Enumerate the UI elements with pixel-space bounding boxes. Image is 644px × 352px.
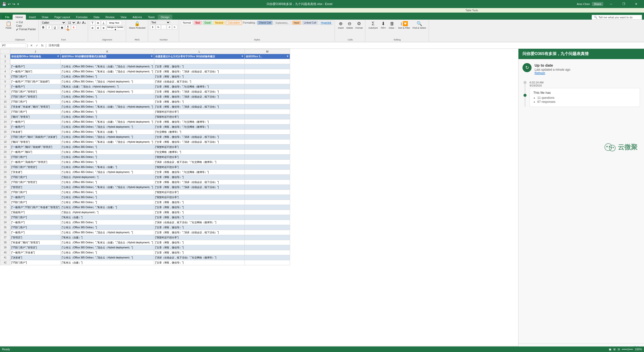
minimize-button[interactable]: ─ <box>605 0 617 8</box>
tab-add-ins[interactable]: Add-ins <box>130 15 145 20</box>
customize-icon[interactable]: ▼ <box>17 3 19 6</box>
table-row: 22 ["一般用户","高级用户","管理员"] ["公有云（Office 36… <box>0 160 290 165</box>
share-button[interactable]: Share <box>592 2 603 6</box>
refresh-link[interactable]: Refresh <box>535 71 545 75</box>
decrease-decimal-button[interactable]: 0. <box>172 25 177 29</box>
font-name-select[interactable]: Calibri <box>41 21 66 25</box>
cut-button[interactable]: ✂ Cut <box>15 21 37 24</box>
tab-team[interactable]: Team <box>145 15 158 20</box>
increase-decimal-button[interactable]: .0 <box>167 25 172 29</box>
header-l[interactable]: 你愿意通过什么方式分享对于Office 365的经验和建议 ▼ <box>154 54 245 59</box>
col-header-k[interactable]: K <box>61 49 154 54</box>
view-normal-button[interactable]: ▣ <box>609 348 611 351</box>
filter-l-icon[interactable]: ▼ <box>241 55 244 58</box>
table-row: 20 ["一般用户","顾问"] ["公有云（Office 365 Online… <box>0 150 290 155</box>
header-j[interactable]: 你在使用Office 365的角色 ▼ <box>10 54 61 59</box>
wrap-text-button[interactable]: Wrap Text <box>107 21 122 25</box>
style-linked-cell[interactable]: Linked Cell <box>302 21 318 25</box>
style-hyperlink[interactable]: Hyperlink <box>319 21 333 25</box>
clear-button[interactable]: 🗑 Clear - <box>388 21 397 30</box>
timeline-line <box>524 81 527 107</box>
delete-button[interactable]: ⊖ Delete <box>345 21 354 30</box>
merge-center-button[interactable]: Merge & Center ▼ <box>107 26 124 30</box>
tell-me-box[interactable]: 🔍 Tell me what you want to do <box>592 15 642 20</box>
grid-scroll[interactable]: J K L M 1 你在使用Office 365的角色 ▼ <box>0 49 518 346</box>
align-right-button[interactable]: ≡ <box>101 26 106 30</box>
tab-review[interactable]: Review <box>102 15 117 20</box>
style-input[interactable]: Input <box>292 21 301 25</box>
filter-j-icon[interactable]: ▼ <box>57 55 59 58</box>
font-color-button[interactable]: A <box>71 25 76 30</box>
col-header-l[interactable]: L <box>154 49 245 54</box>
col-header-j[interactable]: J <box>10 49 61 54</box>
align-left-button[interactable]: ≡ <box>90 26 95 30</box>
list-item-responses: 67 responses <box>537 100 636 104</box>
redo-icon[interactable]: ↪ <box>12 2 15 6</box>
autosum-button[interactable]: Σ AutoSum <box>367 21 379 30</box>
align-center-button[interactable]: ≡ <box>96 26 101 30</box>
insert-button[interactable]: ⊕ Insert <box>337 21 345 30</box>
fill-button[interactable]: ⬇ Fill ▾ <box>379 21 387 30</box>
format-button[interactable]: ⚙ Format <box>354 21 364 30</box>
search-icon: 🔍 <box>594 16 597 19</box>
italic-button[interactable]: I <box>47 25 52 30</box>
style-explanatory[interactable]: Explanatory... <box>274 21 291 25</box>
view-layout-button[interactable]: ⊞ <box>613 348 616 351</box>
ribbon: 📋 Paste ✂ Cut Copy 🖌 Format Painter Clip… <box>0 20 644 42</box>
tab-page-layout[interactable]: Page Layout <box>51 15 73 20</box>
col-header-m[interactable]: M <box>245 49 290 54</box>
paste-button[interactable]: 📋 Paste <box>3 21 15 30</box>
find-select-button[interactable]: 🔍 Find & Select <box>412 21 427 30</box>
tab-file[interactable]: File <box>2 15 13 20</box>
view-page-break-button[interactable]: ⊟ <box>618 348 620 351</box>
comma-button[interactable]: , <box>161 25 166 29</box>
header-m[interactable]: 你对Office 3... ▼ <box>245 54 290 59</box>
tab-draw[interactable]: Draw <box>39 15 52 20</box>
style-calculation[interactable]: Calculation <box>226 21 242 25</box>
header-k[interactable]: 你对Office 365的哪些部署模式比较熟悉 ▼ <box>61 54 154 59</box>
tab-home[interactable]: Home <box>13 15 26 20</box>
border-button[interactable]: ▦ <box>60 25 65 30</box>
increase-font-button[interactable]: A↑ <box>77 21 81 25</box>
zoom-slider[interactable]: ━━━⊙━━ <box>622 348 633 351</box>
confirm-formula-button[interactable]: ✓ <box>35 44 39 47</box>
style-check-cell[interactable]: Check Cell <box>257 21 273 25</box>
style-good[interactable]: Good <box>203 21 212 25</box>
filter-k-icon[interactable]: ▼ <box>150 55 153 58</box>
copy-button[interactable]: Copy <box>15 24 37 27</box>
sort-filter-button[interactable]: ↕🔽 Sort & Filter <box>397 21 411 30</box>
share-protected-button[interactable]: 🔒 Share Protected <box>128 21 146 30</box>
percent-button[interactable]: % <box>156 25 161 29</box>
cancel-formula-button[interactable]: ✕ <box>29 44 34 47</box>
close-button[interactable]: ✕ <box>630 0 642 8</box>
bold-button[interactable]: B <box>41 25 46 30</box>
style-neutral[interactable]: Neutral <box>213 21 225 25</box>
tab-data[interactable]: Data <box>91 15 102 20</box>
align-middle-button[interactable]: ≡ <box>96 21 101 25</box>
align-top-button[interactable]: ⊤ <box>90 21 95 25</box>
sync-status-title: Up to date <box>535 63 570 67</box>
number-format-select[interactable]: Text <box>150 21 170 24</box>
table-row: 30 ["IT部门用户"] ["公有云（Office 365 Online）"]… <box>0 200 290 205</box>
underline-button[interactable]: U <box>52 25 57 30</box>
restore-button[interactable]: ❐ <box>618 0 629 8</box>
fill-color-button[interactable]: A🎨 <box>65 25 70 30</box>
insert-function-button[interactable]: fx <box>40 44 45 47</box>
decrease-font-button[interactable]: A↓ <box>82 21 86 25</box>
currency-button[interactable]: $ <box>150 25 155 29</box>
align-bottom-button[interactable]: ⊥ <box>101 21 106 25</box>
filter-m-icon[interactable]: ▼ <box>286 55 289 58</box>
style-bad[interactable]: Bad <box>194 21 202 25</box>
undo-icon[interactable]: ↩ <box>8 2 11 6</box>
tab-formulas[interactable]: Formulas <box>73 15 91 20</box>
format-painter-button[interactable]: 🖌 Format Painter <box>15 28 37 31</box>
save-icon[interactable]: 💾 <box>2 2 6 6</box>
font-size-select[interactable]: 11 <box>67 21 76 25</box>
tab-insert[interactable]: Insert <box>26 15 39 20</box>
tab-design[interactable]: Design <box>158 15 172 20</box>
style-normal[interactable]: Normal <box>181 21 193 25</box>
tab-view[interactable]: View <box>117 15 130 20</box>
insert-label: Insert <box>338 27 344 29</box>
name-box[interactable] <box>1 43 26 48</box>
formatting-button[interactable]: Formatting - <box>243 21 257 24</box>
